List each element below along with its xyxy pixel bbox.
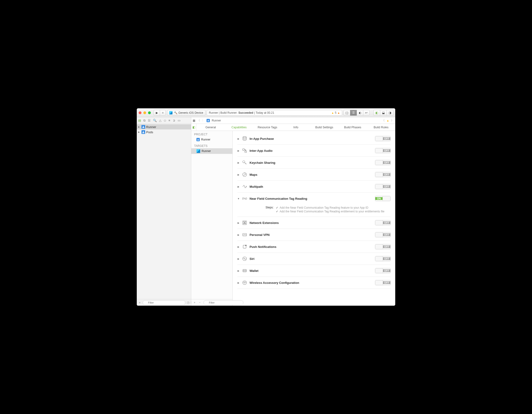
chevron-right-icon[interactable]: ▶ <box>237 282 240 284</box>
step-item: Add the Near Field Communication Tag Rea… <box>276 206 384 210</box>
toggle-knob <box>375 280 383 285</box>
tree-item-runner[interactable]: ▶ Runner <box>137 124 191 130</box>
capability-icon <box>242 280 247 285</box>
jump-bar-file[interactable]: Runner <box>212 119 221 122</box>
find-navigator-icon[interactable]: 🔍 <box>153 119 157 122</box>
capability-toggle[interactable]: OFF <box>375 148 390 153</box>
editor-standard-button[interactable]: { } <box>343 110 350 116</box>
chevron-right-icon[interactable]: ▶ <box>237 161 240 164</box>
zoom-icon[interactable] <box>148 111 151 114</box>
stop-button[interactable]: ■ <box>160 110 166 116</box>
capability-icon <box>242 244 247 249</box>
run-button[interactable]: ▶ <box>154 110 160 116</box>
capability-toggle[interactable]: OFF <box>375 184 390 189</box>
issue-navigator-icon[interactable]: △ <box>159 119 162 122</box>
source-control-navigator-icon[interactable]: ⧉ <box>143 119 145 122</box>
panel-left-button[interactable]: ◧ <box>373 110 380 116</box>
chevron-right-icon[interactable]: ▶ <box>237 234 240 236</box>
capability-header[interactable]: ▶WalletOFF <box>237 268 390 273</box>
chevron-right-icon[interactable]: ▶ <box>237 222 240 224</box>
minimize-icon[interactable] <box>143 111 146 114</box>
capability-toggle[interactable]: OFF <box>375 232 390 237</box>
capability-icon <box>242 196 247 201</box>
debug-navigator-icon[interactable]: ≡ <box>169 119 170 122</box>
tab-resource-tags[interactable]: Resource Tags <box>253 124 282 131</box>
editor-review-button[interactable]: ↩ <box>363 110 370 116</box>
target-name: Runner <box>202 150 211 153</box>
capability-toggle[interactable]: OFF <box>375 256 390 261</box>
capability-title: Multipath <box>249 185 263 188</box>
capability-toggle[interactable]: OFF <box>375 280 390 285</box>
warning-icon[interactable]: ▲ <box>331 111 334 114</box>
editor-assistant-button[interactable]: ☰ <box>350 110 357 116</box>
issue-icon[interactable]: ▲ <box>387 119 389 122</box>
capability-header[interactable]: ▶MapsOFF <box>237 172 390 177</box>
capability-header[interactable]: ▶Wireless Accessory ConfigurationOFF <box>237 280 390 285</box>
traffic-lights <box>139 111 151 114</box>
capability-toggle[interactable]: OFF <box>375 172 390 177</box>
scheme-selector[interactable]: 🔨 Generic iOS Device <box>167 110 205 116</box>
capability-toggle[interactable]: OFF <box>375 220 390 225</box>
target-item[interactable]: Runner <box>191 148 232 154</box>
project-navigator-icon[interactable]: ▤ <box>138 119 141 122</box>
capability-toggle[interactable]: OFF <box>375 268 390 273</box>
tab-capabilities[interactable]: Capabilities <box>225 124 253 131</box>
capability-header[interactable]: ▶SiriOFF <box>237 256 390 261</box>
back-icon[interactable]: 〈 <box>197 118 200 122</box>
svg-rect-2 <box>245 151 247 152</box>
next-issue-icon[interactable]: 〉 <box>391 118 394 122</box>
capability-header[interactable]: ▶Network ExtensionsOFF <box>237 220 390 225</box>
xcode-project-icon <box>142 130 145 134</box>
capability-toggle[interactable]: ON <box>375 196 390 201</box>
svg-rect-1 <box>243 149 244 150</box>
remove-target-icon[interactable]: － <box>198 301 201 304</box>
editor-version-button[interactable]: ◐ <box>357 110 363 116</box>
chevron-right-icon[interactable]: ▶ <box>237 257 240 260</box>
capability-row: ▼Near Field Communication Tag ReadingONS… <box>237 193 390 217</box>
capability-header[interactable]: ▼Near Field Communication Tag ReadingON <box>237 196 390 201</box>
capability-toggle[interactable]: OFF <box>375 244 390 249</box>
chevron-right-icon[interactable]: ▶ <box>237 245 240 248</box>
toggle-knob <box>375 268 383 273</box>
add-icon[interactable]: ＋ <box>138 301 141 305</box>
capability-header[interactable]: ▶Keychain SharingOFF <box>237 160 390 165</box>
panel-bottom-button[interactable]: ⬓ <box>380 110 387 116</box>
symbol-navigator-icon[interactable]: ☱ <box>148 119 151 122</box>
capability-header[interactable]: ▶Push NotificationsOFF <box>237 244 390 249</box>
forward-icon[interactable]: 〉 <box>202 118 205 122</box>
analyze-warning-icon[interactable]: ▲ <box>337 111 340 114</box>
chevron-right-icon[interactable]: ▶ <box>237 185 240 188</box>
capability-icon <box>242 160 247 165</box>
capability-header[interactable]: ▶MultipathOFF <box>237 184 390 189</box>
project-item[interactable]: Runner <box>191 137 232 142</box>
capability-toggle[interactable]: OFF <box>375 136 390 141</box>
recent-icon[interactable]: ◷ <box>187 301 190 304</box>
add-target-icon[interactable]: ＋ <box>193 301 196 304</box>
chevron-right-icon[interactable]: ▶ <box>237 173 240 176</box>
navigator-filter-input[interactable] <box>143 300 185 305</box>
tab-build-rules[interactable]: Build Rules <box>367 124 395 131</box>
tab-info[interactable]: Info <box>282 124 310 131</box>
test-navigator-icon[interactable]: ◇ <box>164 119 166 122</box>
report-navigator-icon[interactable]: ▭ <box>178 119 180 122</box>
chevron-right-icon[interactable]: ▶ <box>237 150 240 152</box>
svg-point-3 <box>243 161 245 163</box>
tab-build-settings[interactable]: Build Settings <box>310 124 338 131</box>
close-icon[interactable] <box>139 111 142 114</box>
tab-build-phases[interactable]: Build Phases <box>338 124 367 131</box>
tree-item-pods[interactable]: ▶ Pods <box>137 130 191 135</box>
outline-toggle-icon[interactable]: ◧ <box>191 124 196 131</box>
chevron-right-icon[interactable]: ▶ <box>237 270 240 272</box>
prev-issue-icon[interactable]: 〈 <box>382 118 385 122</box>
capability-header[interactable]: ▶Inter-App AudioOFF <box>237 148 390 153</box>
chevron-right-icon[interactable]: ▶ <box>237 137 240 140</box>
capability-header[interactable]: ▶VPNPersonal VPNOFF <box>237 232 390 237</box>
related-items-icon[interactable]: ▦ <box>193 119 195 122</box>
capability-header[interactable]: ▶In-App PurchaseOFF <box>237 136 390 141</box>
tab-general[interactable]: General <box>196 124 225 131</box>
capability-title: Inter-App Audio <box>249 149 273 152</box>
chevron-down-icon[interactable]: ▼ <box>237 197 240 200</box>
capability-toggle[interactable]: OFF <box>375 160 390 165</box>
panel-right-button[interactable]: ◨ <box>387 110 393 116</box>
breakpoint-navigator-icon[interactable]: ➲ <box>173 119 175 122</box>
